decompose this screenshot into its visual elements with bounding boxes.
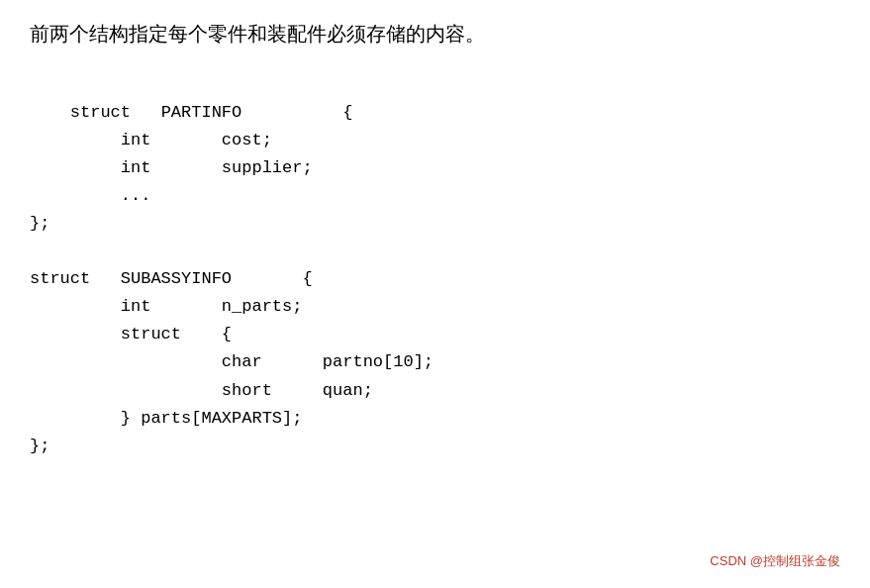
code-line-1: struct PARTINFO { (70, 103, 353, 122)
code-line-3: int supplier; (30, 158, 313, 177)
code-line-8: int n_parts; (30, 297, 302, 316)
code-line-5: }; (30, 214, 49, 233)
code-line-2: int cost; (30, 131, 272, 149)
code-line-4: ... (30, 186, 150, 205)
code-line-6 (30, 242, 40, 260)
code-line-10: char partno[10]; (30, 352, 434, 371)
code-block: struct PARTINFO { int cost; int supplier… (30, 71, 840, 488)
code-line-11: short quan; (30, 381, 373, 400)
code-line-7: struct SUBASSYINFO { (30, 269, 313, 288)
code-line-12: } parts[MAXPARTS]; (30, 409, 302, 428)
code-line-9: struct { (30, 325, 232, 343)
code-line-13: }; (30, 437, 49, 455)
intro-text: 前两个结构指定每个零件和装配件必须存储的内容。 (30, 20, 840, 48)
page-container: 前两个结构指定每个零件和装配件必须存储的内容。 struct PARTINFO … (0, 0, 870, 588)
watermark: CSDN @控制组张金俊 (710, 552, 840, 570)
